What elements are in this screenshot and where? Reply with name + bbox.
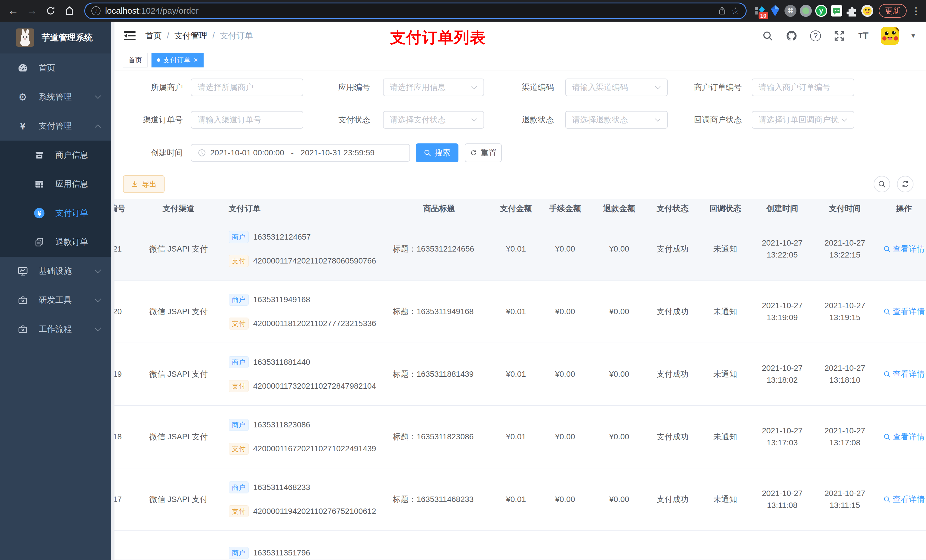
update-button[interactable]: 更新 bbox=[879, 4, 906, 18]
view-detail-link[interactable]: 查看详情 bbox=[876, 431, 926, 443]
url-text: localhost:1024/pay/order bbox=[105, 6, 199, 16]
extension-badge: 10 bbox=[758, 12, 768, 20]
pay-order-no: 4200001173202110272847982104 bbox=[253, 380, 376, 392]
table-row: 18 微信 JSAPI 支付 商户1635311823086 支付4200001… bbox=[115, 406, 926, 468]
sidebar-item-home[interactable]: 首页 bbox=[0, 53, 111, 83]
share-icon[interactable] bbox=[717, 6, 727, 15]
logo-bunny-image bbox=[16, 29, 34, 47]
sidebar-item-system[interactable]: ⚙ 系统管理 bbox=[0, 83, 111, 112]
sidebar-scrollbar[interactable] bbox=[111, 22, 115, 560]
chevron-down-icon bbox=[655, 118, 661, 122]
toggle-search-button[interactable] bbox=[874, 176, 890, 192]
app-title: 芋道管理系统 bbox=[42, 32, 93, 44]
pay-tag: 支付 bbox=[228, 380, 248, 392]
back-icon[interactable]: ← bbox=[5, 3, 21, 19]
view-detail-link[interactable]: 查看详情 bbox=[876, 306, 926, 318]
create-time-range-picker[interactable]: 2021-10-01 00:00:00 - 2021-10-31 23:59:5… bbox=[191, 144, 410, 162]
chat-extension-icon[interactable] bbox=[830, 5, 843, 17]
status-dot-extension-icon[interactable] bbox=[800, 5, 812, 17]
status-badge: 支付成功 bbox=[646, 431, 700, 443]
pay-order-no: 4200001194202110276752100612 bbox=[253, 506, 376, 517]
table-row: 20 微信 JSAPI 支付 商户1635311949168 支付4200001… bbox=[115, 281, 926, 343]
table-row-partial: 商户1635311351796 bbox=[115, 531, 926, 559]
search-icon[interactable] bbox=[761, 30, 774, 42]
merchant-order-no: 1635312124657 bbox=[253, 231, 311, 243]
merchant-tag: 商户 bbox=[228, 356, 248, 368]
tag-pay-order[interactable]: 支付订单 ✕ bbox=[151, 53, 204, 68]
pay-order-no: 4200001167202110271022491439 bbox=[253, 443, 376, 455]
chevron-down-icon bbox=[95, 269, 101, 273]
tags-view-bar: 首页 支付订单 ✕ bbox=[115, 50, 926, 70]
breadcrumb-home[interactable]: 首页 bbox=[145, 30, 162, 42]
sidebar-logo[interactable]: 芋道管理系统 bbox=[0, 22, 111, 53]
sidebar-item-app-info[interactable]: 应用信息 bbox=[0, 170, 111, 199]
view-detail-link[interactable]: 查看详情 bbox=[876, 243, 926, 255]
table-header-row: 编号 支付渠道 支付订单 商品标题 支付金额 手续金额 退款金额 支付状态 回调… bbox=[115, 199, 926, 218]
view-detail-link[interactable]: 查看详情 bbox=[876, 494, 926, 506]
caret-down-icon[interactable]: ▼ bbox=[910, 32, 916, 39]
kite-extension-icon[interactable] bbox=[769, 5, 781, 17]
chevron-up-icon bbox=[95, 124, 101, 128]
collapse-menu-icon[interactable] bbox=[124, 30, 137, 42]
pay-tag: 支付 bbox=[228, 255, 248, 267]
home-icon[interactable] bbox=[62, 3, 77, 19]
sidebar-item-infra[interactable]: 基础设施 bbox=[0, 257, 111, 286]
chevron-down-icon bbox=[471, 118, 477, 122]
refresh-button[interactable] bbox=[897, 176, 914, 192]
notify-status-select[interactable]: 请选择订单回调商户状态 bbox=[752, 111, 854, 128]
breadcrumb-pay-mgmt[interactable]: 支付管理 bbox=[174, 30, 207, 42]
svg-text:⌘: ⌘ bbox=[787, 6, 794, 15]
merchant-tag: 商户 bbox=[228, 294, 248, 306]
bookmark-star-icon[interactable]: ☆ bbox=[731, 5, 740, 16]
profile-emoji-icon[interactable] bbox=[861, 5, 874, 17]
export-button[interactable]: 导出 bbox=[123, 175, 165, 193]
view-detail-link[interactable]: 查看详情 bbox=[876, 368, 926, 380]
merchant-input bbox=[198, 83, 297, 92]
page-root: ← → i localhost:1024/pay/order ☆ 10 ⌘ bbox=[0, 0, 926, 560]
breadcrumb: 首页 / 支付管理 / 支付订单 bbox=[145, 30, 253, 42]
merchant-order-no: 1635311468233 bbox=[253, 482, 310, 494]
chevron-down-icon bbox=[95, 327, 101, 331]
pay-status-select[interactable]: 请选择支付状态 bbox=[383, 111, 484, 128]
dashboard-icon bbox=[17, 62, 29, 74]
merchant-select[interactable] bbox=[191, 78, 303, 96]
command-extension-icon[interactable]: ⌘ bbox=[784, 5, 797, 17]
font-size-icon[interactable]: TT bbox=[857, 30, 870, 42]
extension-grid-icon[interactable]: 10 bbox=[754, 5, 766, 17]
url-bar[interactable]: i localhost:1024/pay/order ☆ bbox=[84, 3, 747, 19]
puzzle-extensions-icon[interactable] bbox=[846, 5, 858, 17]
storefront-icon bbox=[33, 149, 45, 162]
merchant-order-no-field[interactable] bbox=[752, 78, 854, 96]
refund-doc-icon bbox=[33, 236, 45, 248]
sidebar-item-workflow[interactable]: 工作流程 bbox=[0, 315, 111, 344]
help-icon[interactable]: ? bbox=[809, 30, 822, 42]
active-dot-icon bbox=[157, 58, 160, 62]
start-date: 2021-10-01 00:00:00 bbox=[210, 148, 284, 157]
y-extension-icon[interactable]: y bbox=[815, 5, 828, 17]
reset-button[interactable]: 重置 bbox=[465, 143, 502, 162]
merchant-order-no: 1635311881440 bbox=[253, 356, 310, 368]
sidebar-item-pay-order[interactable]: ¥ 支付订单 bbox=[0, 199, 111, 228]
sidebar-item-merchant-info[interactable]: 商户信息 bbox=[0, 140, 111, 170]
fullscreen-icon[interactable] bbox=[833, 30, 846, 42]
close-icon[interactable]: ✕ bbox=[193, 57, 198, 63]
channel-code-select[interactable]: 请输入渠道编码 bbox=[565, 78, 668, 96]
refund-status-select[interactable]: 请选择退款状态 bbox=[565, 111, 668, 128]
content: 所属商户 应用编号 请选择应用信息 渠道编码 请输入渠道编码 商户订单编号 渠道… bbox=[115, 70, 926, 560]
app-select[interactable]: 请选择应用信息 bbox=[383, 78, 484, 96]
avatar[interactable] bbox=[881, 27, 899, 45]
tag-home[interactable]: 首页 bbox=[123, 53, 147, 68]
sidebar-item-refund-order[interactable]: 退款订单 bbox=[0, 228, 111, 257]
forward-icon[interactable]: → bbox=[24, 3, 40, 19]
sidebar-item-devtools[interactable]: 研发工具 bbox=[0, 286, 111, 315]
channel-order-no-field[interactable] bbox=[191, 111, 303, 128]
github-icon[interactable] bbox=[785, 30, 798, 42]
sidebar-item-pay[interactable]: ¥ 支付管理 bbox=[0, 112, 111, 140]
search-button[interactable]: 搜索 bbox=[416, 143, 458, 162]
more-menu-icon[interactable]: ⋮ bbox=[911, 5, 921, 17]
briefcase-icon bbox=[17, 323, 29, 335]
site-info-icon[interactable]: i bbox=[91, 6, 100, 15]
reload-icon[interactable] bbox=[43, 3, 59, 19]
browser-chrome: ← → i localhost:1024/pay/order ☆ 10 ⌘ bbox=[0, 0, 926, 22]
table-row: 21 微信 JSAPI 支付 商户1635312124657 支付4200001… bbox=[115, 218, 926, 281]
